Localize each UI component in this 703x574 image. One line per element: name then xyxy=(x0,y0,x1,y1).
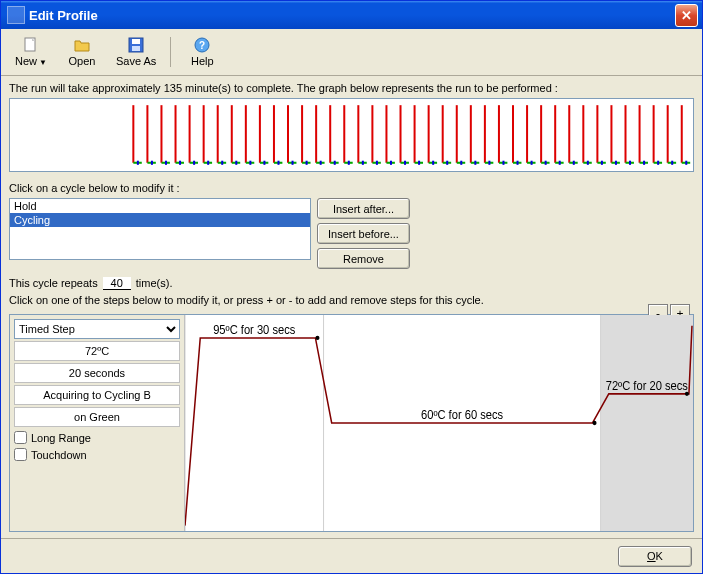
svg-rect-93 xyxy=(531,161,533,165)
repeats-value-field[interactable]: 40 xyxy=(103,277,131,290)
svg-rect-54 xyxy=(348,161,350,165)
cycle-instruction-text: Click on a cycle below to modify it : xyxy=(9,182,694,194)
insert-after-button[interactable]: Insert after... xyxy=(317,198,410,219)
svg-rect-3 xyxy=(132,46,140,51)
svg-rect-114 xyxy=(629,161,631,165)
new-icon xyxy=(23,37,39,53)
svg-rect-99 xyxy=(559,161,561,165)
toolbar: New▼ Open Save As ? Help xyxy=(1,29,702,76)
svg-rect-126 xyxy=(685,161,687,165)
svg-point-132 xyxy=(593,421,597,425)
svg-rect-21 xyxy=(193,161,195,165)
ok-button[interactable]: OK xyxy=(618,546,692,567)
help-icon: ? xyxy=(194,37,210,53)
svg-rect-120 xyxy=(657,161,659,165)
svg-rect-75 xyxy=(446,161,448,165)
svg-rect-27 xyxy=(221,161,223,165)
long-range-checkbox-row[interactable]: Long Range xyxy=(14,431,180,444)
new-button[interactable]: New▼ xyxy=(7,30,55,74)
svg-rect-30 xyxy=(235,161,237,165)
content-area: The run will take approximately 135 minu… xyxy=(1,76,702,538)
svg-text:95ºC for 30 secs: 95ºC for 30 secs xyxy=(213,323,295,335)
chevron-down-icon: ▼ xyxy=(39,58,47,67)
svg-rect-42 xyxy=(292,161,294,165)
app-icon xyxy=(7,6,25,24)
open-icon xyxy=(74,37,90,53)
svg-rect-108 xyxy=(601,161,603,165)
svg-rect-57 xyxy=(362,161,364,165)
svg-point-133 xyxy=(685,392,689,396)
svg-text:72ºC for 20 secs: 72ºC for 20 secs xyxy=(606,379,688,391)
svg-rect-63 xyxy=(390,161,392,165)
svg-rect-105 xyxy=(587,161,589,165)
close-button[interactable]: ✕ xyxy=(675,4,698,27)
run-summary-text: The run will take approximately 135 minu… xyxy=(9,82,694,94)
list-item[interactable]: Hold xyxy=(10,199,310,213)
open-button[interactable]: Open xyxy=(58,30,106,74)
repeats-suffix: time(s). xyxy=(136,277,173,289)
touchdown-label: Touchdown xyxy=(31,449,87,461)
svg-rect-69 xyxy=(418,161,420,165)
svg-rect-123 xyxy=(671,161,673,165)
step-channel-field[interactable]: on Green xyxy=(14,407,180,427)
step-properties-panel: Timed Step 72ºC 20 seconds Acquiring to … xyxy=(10,315,185,531)
step-acquire-field[interactable]: Acquiring to Cycling B xyxy=(14,385,180,405)
new-label: New xyxy=(15,55,37,67)
svg-rect-127 xyxy=(601,315,693,531)
svg-rect-24 xyxy=(207,161,209,165)
svg-rect-48 xyxy=(320,161,322,165)
save-as-button[interactable]: Save As xyxy=(109,30,163,74)
svg-rect-66 xyxy=(404,161,406,165)
svg-rect-12 xyxy=(151,161,153,165)
insert-before-button[interactable]: Insert before... xyxy=(317,223,410,244)
svg-rect-78 xyxy=(460,161,462,165)
svg-rect-36 xyxy=(263,161,265,165)
svg-point-131 xyxy=(315,336,319,340)
edit-profile-window: Edit Profile ✕ New▼ Open Save As xyxy=(0,0,703,574)
svg-rect-102 xyxy=(573,161,575,165)
svg-rect-15 xyxy=(165,161,167,165)
svg-rect-60 xyxy=(376,161,378,165)
help-label: Help xyxy=(191,55,214,67)
toolbar-separator xyxy=(170,37,171,67)
svg-rect-45 xyxy=(306,161,308,165)
touchdown-checkbox-row[interactable]: Touchdown xyxy=(14,448,180,461)
svg-rect-18 xyxy=(179,161,181,165)
svg-rect-90 xyxy=(517,161,519,165)
titlebar: Edit Profile ✕ xyxy=(1,1,702,29)
svg-rect-51 xyxy=(334,161,336,165)
touchdown-checkbox[interactable] xyxy=(14,448,27,461)
svg-rect-111 xyxy=(615,161,617,165)
step-graph[interactable]: 95ºC for 30 secs60ºC for 60 secs72ºC for… xyxy=(185,315,693,531)
svg-rect-96 xyxy=(545,161,547,165)
svg-rect-81 xyxy=(474,161,476,165)
svg-rect-6 xyxy=(10,99,131,171)
svg-rect-9 xyxy=(137,161,139,165)
long-range-label: Long Range xyxy=(31,432,91,444)
repeats-line: This cycle repeats 40 time(s). xyxy=(9,277,694,290)
remove-button[interactable]: Remove xyxy=(317,248,410,269)
step-type-select[interactable]: Timed Step xyxy=(14,319,180,339)
step-duration-field[interactable]: 20 seconds xyxy=(14,363,180,383)
svg-rect-2 xyxy=(132,39,140,44)
save-as-label: Save As xyxy=(116,55,156,67)
open-label: Open xyxy=(69,55,96,67)
save-icon xyxy=(128,37,144,53)
bottom-bar: OK xyxy=(1,538,702,573)
svg-text:60ºC for 60 secs: 60ºC for 60 secs xyxy=(421,408,503,420)
help-button[interactable]: ? Help xyxy=(178,30,226,74)
svg-rect-72 xyxy=(432,161,434,165)
svg-rect-84 xyxy=(488,161,490,165)
run-overview-graph[interactable] xyxy=(9,98,694,172)
step-instruction-text: Click on one of the steps below to modif… xyxy=(9,294,694,306)
long-range-checkbox[interactable] xyxy=(14,431,27,444)
svg-rect-117 xyxy=(643,161,645,165)
close-icon: ✕ xyxy=(681,8,692,23)
cycle-list[interactable]: HoldCycling xyxy=(9,198,311,260)
svg-text:?: ? xyxy=(199,40,205,51)
step-temp-field[interactable]: 72ºC xyxy=(14,341,180,361)
list-item[interactable]: Cycling xyxy=(10,213,310,227)
svg-rect-87 xyxy=(502,161,504,165)
svg-rect-33 xyxy=(249,161,251,165)
repeats-prefix: This cycle repeats xyxy=(9,277,98,289)
